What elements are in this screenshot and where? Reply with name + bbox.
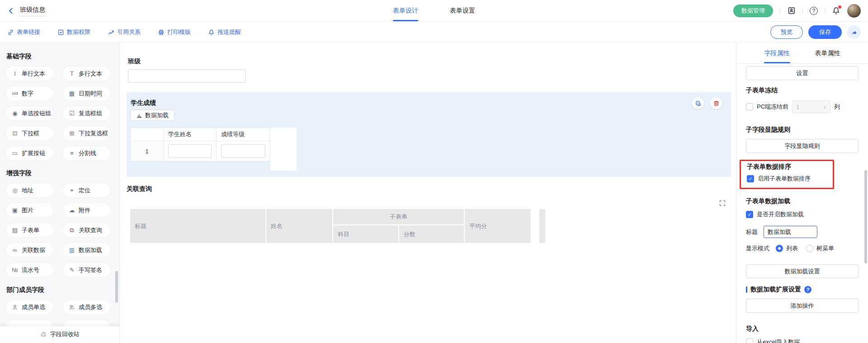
fullscreen-icon[interactable] xyxy=(719,200,726,207)
sidebar-scrollbar[interactable] xyxy=(115,271,118,303)
property-content: 设置 子表单冻结 PC端冻结前 1 ∨ 列 子字段显隐规则 字段显隐规则 子表单… xyxy=(736,66,868,343)
field-recycle-bin[interactable]: ♲ 字段回收站 xyxy=(0,326,119,343)
image-icon: ▣ xyxy=(11,207,19,213)
bar-chart-icon: ▥ xyxy=(68,247,75,253)
data-load-checkbox[interactable] xyxy=(746,211,753,218)
topbar-actions: 数据管理 ? xyxy=(733,4,861,18)
freeze-column-select[interactable]: 1 ∨ xyxy=(792,100,830,113)
sidebar-item-multi-select[interactable]: ⊞下拉复选框 xyxy=(63,127,110,140)
load-title-input[interactable] xyxy=(764,226,817,238)
data-load-ext-heading: 数据加载扩展设置 ? xyxy=(746,286,859,294)
radio-icon: ◉ xyxy=(11,110,19,116)
help-badge-icon[interactable]: ? xyxy=(804,286,811,293)
cell xyxy=(216,141,270,162)
tab-form-settings[interactable]: 表单设置 xyxy=(450,0,475,21)
sidebar-item-multi-text[interactable]: T多行文本 xyxy=(63,67,110,80)
print-template-action[interactable]: 打印模版 xyxy=(158,28,191,36)
sort-row: 启用子表单数据排序 xyxy=(747,175,833,183)
sort-checkbox[interactable] xyxy=(747,175,754,182)
people-icon xyxy=(68,304,75,310)
push-icon xyxy=(208,29,215,36)
preview-button[interactable]: 预览 xyxy=(770,25,803,39)
display-mode-label: 显示模式 xyxy=(746,244,769,252)
sidebar-item-signature[interactable]: ✎手写签名 xyxy=(63,263,110,276)
class-field-input[interactable] xyxy=(128,69,246,83)
notification-bell-icon[interactable] xyxy=(832,6,840,15)
grade-header: 成绩等级 xyxy=(216,128,270,141)
grade-input[interactable] xyxy=(221,144,265,158)
data-load-settings-button[interactable]: 数据加载设置 xyxy=(746,264,859,278)
divider xyxy=(780,8,780,14)
form-link-action[interactable]: 表单链接 xyxy=(7,28,40,36)
back-chevron-icon xyxy=(7,7,14,14)
sidebar-item-address[interactable]: ◎地址 xyxy=(6,184,53,197)
form-title[interactable]: 班级信息 xyxy=(19,5,46,16)
form-canvas[interactable]: 班级 学生成绩 数据加载 xyxy=(120,43,736,343)
address-book-icon[interactable] xyxy=(787,6,796,15)
sidebar-item-serial-number[interactable]: №流水号 xyxy=(6,263,53,276)
push-reminder-action[interactable]: 推送提醒 xyxy=(208,28,241,36)
assoc-col-title: 标题 xyxy=(130,209,265,243)
bar-chart-icon xyxy=(136,112,142,119)
data-permission-action[interactable]: 数据权限 xyxy=(57,28,90,36)
settings-button[interactable]: 设置 xyxy=(746,66,859,80)
reference-relation-action[interactable]: 引用关系 xyxy=(108,28,141,36)
save-button[interactable]: 保存 xyxy=(808,25,842,39)
copy-button[interactable] xyxy=(692,97,704,109)
subform-student-grades[interactable]: 学生成绩 数据加载 xyxy=(127,92,731,177)
single-text-icon: I xyxy=(11,71,19,76)
sidebar-item-data-load[interactable]: ▥数据加载 xyxy=(63,243,110,257)
sidebar-item-radio-group[interactable]: ◉单选按钮组 xyxy=(6,107,53,120)
assoc-col-subject: 科目 xyxy=(333,225,399,243)
sidebar-item-location[interactable]: ⌖定位 xyxy=(63,184,110,197)
sidebar-item-attachment[interactable]: ☁附件 xyxy=(63,204,110,217)
data-load-row: 是否开启数据加载 xyxy=(746,210,859,219)
sidebar-item-divider[interactable]: ≡分割线 xyxy=(63,147,110,160)
divider-icon: ≡ xyxy=(68,150,75,156)
user-avatar[interactable] xyxy=(847,4,861,18)
delete-button[interactable] xyxy=(710,97,722,109)
share-button[interactable] xyxy=(847,25,861,39)
freeze-row: PC端冻结前 1 ∨ 列 xyxy=(746,100,859,113)
sidebar-item-single-text[interactable]: I单行文本 xyxy=(6,67,53,80)
sidebar-item-subform[interactable]: ▤子表单 xyxy=(6,224,53,237)
data-manage-button[interactable]: 数据管理 xyxy=(733,5,773,17)
import-heading: 导入 xyxy=(746,325,859,333)
subform-table-spacer xyxy=(270,128,297,171)
sidebar-item-datetime[interactable]: ▦日期时间 xyxy=(63,87,110,100)
freeze-checkbox[interactable] xyxy=(746,103,753,110)
sidebar-item-member-multi[interactable]: 成员多选 xyxy=(63,300,110,314)
sidebar-item-number[interactable]: 123数字 xyxy=(6,87,53,100)
form-toolbar: 表单链接 数据权限 引用关系 打印模版 推送提醒 xyxy=(0,22,868,43)
subform-table: 1 学生姓名 成绩等级 xyxy=(130,128,297,171)
sidebar-item-assoc-query[interactable]: ⧉关联查询 xyxy=(63,224,110,237)
tab-form-properties[interactable]: 表单属性 xyxy=(815,43,840,63)
subform-data-load-button[interactable]: 数据加载 xyxy=(130,110,175,121)
add-action-button[interactable]: 添加操作 xyxy=(746,299,859,313)
back-button[interactable]: 班级信息 xyxy=(7,5,46,16)
tab-field-properties[interactable]: 字段属性 xyxy=(764,43,790,63)
subform-title: 学生成绩 xyxy=(131,99,156,107)
display-tree-radio[interactable] xyxy=(806,245,813,252)
visibility-rules-button[interactable]: 字段显隐规则 xyxy=(746,139,859,153)
divider xyxy=(802,8,803,14)
permission-icon xyxy=(57,29,64,36)
target-icon: ⌖ xyxy=(68,187,75,193)
enhanced-field-grid: ◎地址 ⌖定位 ▣图片 ☁附件 ▤子表单 ⧉关联查询 ∞关联数据 ▥数据加载 №… xyxy=(6,184,119,276)
sidebar-item-checkbox-group[interactable]: ☑复选框组 xyxy=(63,107,110,120)
sidebar-item-extend-button[interactable]: ▭扩展按钮 xyxy=(6,147,53,160)
sidebar-item-member-single[interactable]: 成员单选 xyxy=(6,300,53,314)
sidebar-item-image[interactable]: ▣图片 xyxy=(6,204,53,217)
import-excel-checkbox[interactable] xyxy=(746,338,753,343)
display-list-radio[interactable] xyxy=(776,245,783,252)
chevron-down-icon: ∨ xyxy=(823,105,826,110)
assoc-query-table[interactable]: 标题 姓名 子表单 科目 分数 平均分 xyxy=(130,209,531,243)
tab-form-design[interactable]: 表单设计 xyxy=(393,0,418,21)
assoc-col-average: 平均分 xyxy=(465,209,531,243)
sidebar-item-assoc-data[interactable]: ∞关联数据 xyxy=(6,243,53,257)
panel-scrollbar[interactable] xyxy=(864,170,867,263)
section-enhanced-fields: 增强字段 xyxy=(6,169,119,177)
student-name-input[interactable] xyxy=(168,144,212,158)
sidebar-item-select[interactable]: ⊡下拉框 xyxy=(6,127,53,140)
help-icon[interactable]: ? xyxy=(810,7,818,15)
